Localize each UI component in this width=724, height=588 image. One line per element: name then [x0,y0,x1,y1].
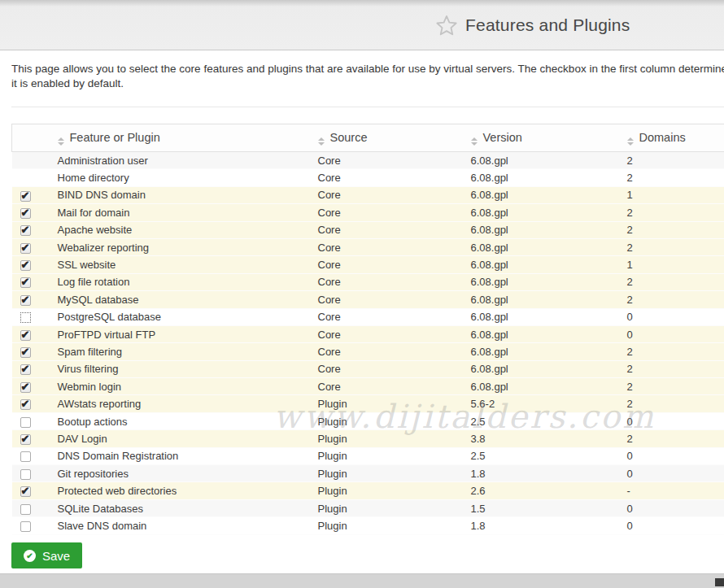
feature-checkbox[interactable] [20,469,31,480]
table-row: Protected web directories Plugin 2.6 - [12,482,724,499]
feature-checkbox-cell [12,273,51,290]
feature-checkbox[interactable] [20,225,31,236]
feature-domains: 1 [621,186,724,203]
feature-version: 6.08.gpl [464,308,621,325]
feature-checkbox-cell [12,482,51,499]
table-header-row: Feature or Plugin Source Version Domains [12,124,724,152]
table-row: SQLite Databases Plugin 1.5 0 [12,499,724,516]
feature-checkbox[interactable] [20,191,31,202]
feature-checkbox-cell [12,499,51,516]
feature-name: Virus filtering [51,360,312,377]
feature-source: Core [312,169,464,186]
save-button-label: Save [42,549,70,563]
feature-source: Plugin [312,430,464,447]
feature-checkbox[interactable] [20,434,31,445]
table-row: Git repositories Plugin 1.8 0 [12,465,724,482]
feature-domains: 0 [621,325,724,342]
column-header-version[interactable]: Version [464,124,621,152]
sort-arrows-icon[interactable] [318,137,325,146]
feature-checkbox[interactable] [20,312,31,323]
feature-domains: 2 [621,395,724,412]
feature-source: Plugin [312,499,464,516]
feature-checkbox[interactable] [20,364,31,375]
star-icon [435,14,458,37]
feature-checkbox[interactable] [20,504,31,515]
column-header-label: Domains [639,131,686,144]
feature-checkbox-cell [12,325,51,342]
feature-checkbox[interactable] [20,486,31,497]
table-row: Home directory Core 6.08.gpl 2 [12,169,724,186]
feature-domains: 2 [621,221,724,238]
column-header-label: Version [483,131,522,144]
column-header-domains[interactable]: Domains [621,124,724,152]
description-line-2: it is enabled by default. [11,76,724,91]
feature-checkbox-cell [12,447,51,464]
feature-checkbox[interactable] [20,521,31,532]
feature-domains: 2 [621,273,724,290]
column-header-checkbox [12,124,51,152]
feature-checkbox[interactable] [20,382,31,393]
feature-name: MySQL database [51,291,312,308]
feature-checkbox-cell [12,412,51,429]
feature-domains: 2 [621,238,724,255]
feature-name: Protected web directories [51,482,312,499]
feature-domains: 0 [621,499,724,516]
feature-checkbox[interactable] [20,417,31,428]
feature-checkbox[interactable] [20,399,31,410]
page-header-bar: Features and Plugins [0,0,724,50]
feature-name: BIND DNS domain [51,186,312,203]
table-row: Virus filtering Core 6.08.gpl 2 [12,360,724,377]
column-header-feature[interactable]: Feature or Plugin [51,124,312,152]
feature-version: 5.6-2 [464,395,621,412]
table-row: AWstats reporting Plugin 5.6-2 2 [12,395,724,412]
save-button[interactable]: ✔ Save [11,542,82,568]
feature-checkbox-cell [12,169,51,186]
resize-corner-handle[interactable] [715,578,724,586]
feature-domains: 2 [621,360,724,377]
feature-checkbox[interactable] [20,451,31,462]
feature-name: Spam filtering [51,343,312,360]
table-row: BIND DNS domain Core 6.08.gpl 1 [12,186,724,203]
feature-name: Mail for domain [51,204,312,221]
feature-source: Core [312,256,464,273]
feature-checkbox[interactable] [20,260,31,271]
sort-arrows-icon[interactable] [471,137,478,146]
feature-domains: 1 [621,256,724,273]
table-row: ProFTPD virtual FTP Core 6.08.gpl 0 [12,325,724,342]
table-row: SSL website Core 6.08.gpl 1 [12,256,724,273]
page-description: This page allows you to select the core … [11,62,724,91]
feature-checkbox-cell [12,221,51,238]
table-row: Administration user Core 6.08.gpl 2 [12,152,724,169]
feature-checkbox-cell [12,395,51,412]
footer-bar [0,573,724,588]
feature-source: Plugin [312,517,464,534]
feature-checkbox[interactable] [20,347,31,358]
feature-checkbox[interactable] [20,295,31,306]
feature-domains: 2 [621,291,724,308]
sort-arrows-icon[interactable] [627,137,634,146]
feature-domains: 0 [621,465,724,482]
section-divider [11,107,724,107]
feature-version: 6.08.gpl [464,291,621,308]
feature-version: 2.6 [464,482,621,499]
feature-checkbox-cell [12,291,51,308]
features-and-plugins-page: Features and Plugins This page allows yo… [0,0,724,588]
page-title-group: Features and Plugins [435,0,630,50]
sort-arrows-icon[interactable] [58,137,64,146]
feature-checkbox[interactable] [20,277,31,288]
feature-checkbox[interactable] [20,243,31,254]
feature-version: 6.08.gpl [464,152,621,169]
feature-version: 6.08.gpl [464,360,621,377]
feature-name: AWstats reporting [51,395,312,412]
table-row: Spam filtering Core 6.08.gpl 2 [12,343,724,360]
column-header-source[interactable]: Source [312,124,464,152]
table-row: Apache website Core 6.08.gpl 2 [12,221,724,238]
table-row: MySQL database Core 6.08.gpl 2 [12,291,724,308]
feature-checkbox-cell [12,238,51,255]
feature-name: Webmin login [51,378,312,395]
feature-name: Log file rotation [51,273,312,290]
feature-version: 6.08.gpl [464,256,621,273]
feature-checkbox[interactable] [20,330,31,341]
features-table: Feature or Plugin Source Version Domains… [11,124,724,535]
feature-checkbox[interactable] [20,208,31,219]
